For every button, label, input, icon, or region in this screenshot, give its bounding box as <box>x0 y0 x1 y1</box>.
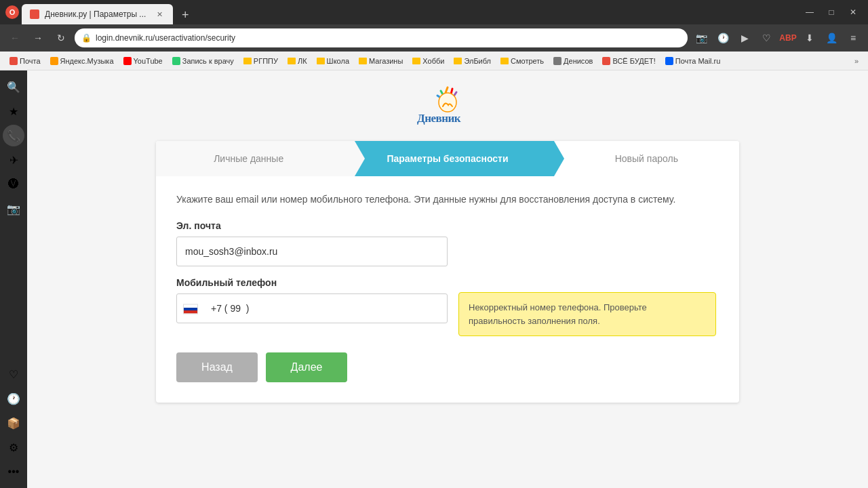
page-inner: Дневник Личные данные <box>142 70 753 416</box>
bookmark-hobby[interactable]: Хобби <box>408 56 448 66</box>
opera-logo: O <box>5 5 19 19</box>
tab-close-button[interactable]: ✕ <box>154 9 165 20</box>
step-security-label: Параметры безопасности <box>387 153 508 164</box>
school-folder-icon <box>317 58 325 64</box>
zapis-label: Запись к врачу <box>182 57 234 65</box>
address-bar: ← → ↻ 🔒 login.dnevnik.ru/useractivation/… <box>0 24 868 52</box>
bookmark-youtube[interactable]: YouTube <box>119 56 167 66</box>
browser-frame: O Дневник.ру | Параметры ... ✕ + — □ ✕ ←… <box>0 0 868 488</box>
sidebar: 🔍 ★ 📞 ✈ 🅥 📷 ♡ 🕐 📦 ⚙ ••• <box>0 70 27 488</box>
url-bar[interactable]: 🔒 login.dnevnik.ru/useractivation/securi… <box>75 28 688 47</box>
bookmark-magazine[interactable]: Магазины <box>355 56 407 66</box>
bookmark-watch[interactable]: Смотреть <box>496 56 548 66</box>
sidebar-extensions-icon[interactable]: 📦 <box>3 412 24 434</box>
denisov-label: Денисов <box>564 57 593 65</box>
bookmark-mailru[interactable]: Почта Mail.ru <box>661 56 725 66</box>
sidebar-more-icon[interactable]: ••• <box>3 461 24 483</box>
sidebar-search-icon[interactable]: 🔍 <box>3 76 24 98</box>
active-tab[interactable]: Дневник.ру | Параметры ... ✕ <box>22 4 173 24</box>
new-tab-button[interactable]: + <box>176 5 195 24</box>
adblock-icon[interactable]: ABP <box>778 28 797 47</box>
menu-icon[interactable]: ≡ <box>844 28 863 47</box>
elbib-folder-icon <box>454 58 462 64</box>
tab-favicon <box>30 9 39 19</box>
phone-input-group: Мобильный телефон <box>176 277 448 323</box>
forward-button[interactable]: → <box>28 28 47 47</box>
bookmark-lk[interactable]: ЛК <box>283 56 311 66</box>
step-password[interactable]: Новый пароль <box>554 141 739 176</box>
bookmark-pochta[interactable]: Почта <box>5 56 45 66</box>
history-icon[interactable]: 🕐 <box>713 28 732 47</box>
close-button[interactable]: ✕ <box>844 5 863 19</box>
title-bar: O Дневник.ру | Параметры ... ✕ + — □ ✕ <box>0 0 868 24</box>
bookmark-school[interactable]: Школа <box>313 56 353 66</box>
phone-label: Мобильный телефон <box>176 277 448 288</box>
camera-icon[interactable]: 📷 <box>692 28 711 47</box>
watch-folder-icon <box>500 58 509 64</box>
email-label: Эл. почта <box>176 220 719 231</box>
sidebar-settings-icon[interactable]: ⚙ <box>3 436 24 458</box>
svg-text:Дневник: Дневник <box>417 112 461 125</box>
minimize-button[interactable]: — <box>800 5 819 19</box>
tab-bar: Дневник.ру | Параметры ... ✕ + <box>22 0 797 24</box>
wizard-steps: Личные данные Параметры безопасности Нов… <box>156 141 739 176</box>
russia-flag <box>183 304 198 314</box>
bookmark-zapis[interactable]: Запись к врачу <box>168 56 238 66</box>
svg-line-0 <box>446 87 448 93</box>
step-security: Параметры безопасности <box>355 141 553 176</box>
yandex-label: Яндекс.Музыка <box>60 57 114 65</box>
sidebar-instagram-icon[interactable]: 📷 <box>3 198 24 220</box>
budet-favicon <box>602 57 610 65</box>
email-input[interactable] <box>176 237 448 266</box>
bookmark-elbib[interactable]: ЭлБибл <box>450 56 495 66</box>
page-content: Дневник Личные данные <box>27 70 868 488</box>
budet-label: ВСЁ БУДЕТ! <box>612 57 655 65</box>
wizard-card: Личные данные Параметры безопасности Нов… <box>156 141 739 403</box>
school-label: Школа <box>327 57 349 65</box>
back-button[interactable]: Назад <box>176 352 258 382</box>
lock-icon: 🔒 <box>81 33 92 43</box>
flag-icon <box>183 302 199 316</box>
magazine-label: Магазины <box>369 57 403 65</box>
form-description: Укажите ваш email или номер мобильного т… <box>176 192 719 207</box>
maximize-button[interactable]: □ <box>822 5 841 19</box>
download-icon[interactable]: ⬇ <box>800 28 819 47</box>
bookmarks-bar: Почта Яндекс.Музыка YouTube Запись к вра… <box>0 52 868 70</box>
rgppu-folder-icon <box>243 58 252 64</box>
hobby-folder-icon <box>412 58 420 64</box>
email-field-group: Эл. почта <box>176 220 719 266</box>
bookmark-rgppu[interactable]: РГППУ <box>239 56 282 66</box>
rgppu-label: РГППУ <box>254 57 278 65</box>
sidebar-history-icon[interactable]: 🕐 <box>3 388 24 409</box>
denisov-favicon <box>553 57 561 65</box>
phone-error-box: Некорректный номер телефона. Проверьте п… <box>458 292 716 336</box>
sidebar-calls-icon[interactable]: 📞 <box>3 125 24 146</box>
accounts-icon[interactable]: 👤 <box>822 28 841 47</box>
watch-label: Смотреть <box>511 57 544 65</box>
bookmark-yandex-music[interactable]: Яндекс.Музыка <box>46 56 118 66</box>
bookmark-denisov[interactable]: Денисов <box>549 56 597 66</box>
sidebar-vk-icon[interactable]: 🅥 <box>3 174 24 195</box>
heart-icon[interactable]: ♡ <box>757 28 776 47</box>
step-personal[interactable]: Личные данные <box>156 141 355 176</box>
play-icon[interactable]: ▶ <box>735 28 754 47</box>
youtube-label: YouTube <box>134 57 163 65</box>
window-controls: — □ ✕ <box>800 5 863 19</box>
sidebar-favorites-icon[interactable]: ★ <box>3 100 24 122</box>
youtube-favicon <box>123 57 132 65</box>
bookmark-budet[interactable]: ВСЁ БУДЕТ! <box>598 56 659 66</box>
phone-input-wrap <box>176 293 448 323</box>
sidebar-heart-icon[interactable]: ♡ <box>3 363 24 385</box>
zapis-favicon <box>172 57 180 65</box>
hobby-label: Хобби <box>422 57 444 65</box>
next-button[interactable]: Далее <box>266 352 347 382</box>
back-button[interactable]: ← <box>5 28 24 47</box>
address-bar-actions: 📷 🕐 ▶ ♡ ABP ⬇ 👤 ≡ <box>692 28 863 47</box>
step-password-label: Новый пароль <box>615 153 678 164</box>
sidebar-telegram-icon[interactable]: ✈ <box>3 149 24 171</box>
step-personal-label: Личные данные <box>214 153 283 164</box>
phone-input[interactable] <box>176 293 448 323</box>
more-bookmarks-button[interactable]: » <box>850 56 863 66</box>
browser-body: 🔍 ★ 📞 ✈ 🅥 📷 ♡ 🕐 📦 ⚙ ••• <box>0 70 868 488</box>
reload-button[interactable]: ↻ <box>52 28 71 47</box>
